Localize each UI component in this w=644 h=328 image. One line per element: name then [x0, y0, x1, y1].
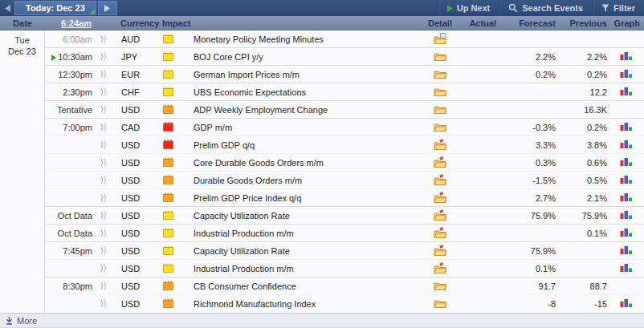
speaker-icon[interactable] [99, 140, 107, 149]
graph-icon[interactable] [619, 174, 633, 184]
event-time: 8:30pm [46, 281, 92, 291]
event-time: 10:30am [46, 52, 92, 62]
speaker-icon[interactable] [99, 87, 107, 96]
event-title[interactable]: Monetary Policy Meeting Minutes [194, 34, 324, 44]
forecast-value: 0.1% [496, 264, 556, 273]
event-title[interactable]: ADP Weekly Employment Change [194, 105, 328, 115]
impact-icon [163, 298, 173, 308]
graph-icon[interactable] [619, 298, 633, 308]
speaker-icon[interactable] [99, 299, 107, 308]
detail-folder-icon[interactable] [434, 51, 446, 61]
speaker-icon[interactable] [99, 123, 107, 132]
speaker-icon[interactable] [99, 246, 107, 255]
col-header-actual: Actual [456, 18, 496, 28]
detail-folder-icon[interactable] [434, 68, 446, 79]
detail-folder-alert-icon[interactable] [434, 139, 446, 150]
graph-icon[interactable] [619, 156, 633, 167]
detail-folder-icon[interactable] [434, 280, 446, 290]
event-time: Oct Data [46, 211, 92, 221]
event-row: Tentative USD ADP Weekly E [46, 100, 644, 118]
speaker-icon[interactable] [99, 211, 107, 220]
search-events-button[interactable]: Search Events [499, 0, 592, 16]
previous-value: 0.6% [556, 158, 607, 168]
speaker-icon[interactable] [99, 229, 107, 237]
event-title[interactable]: Industrial Production m/m [194, 264, 294, 273]
event-title[interactable]: Industrial Production m/m [194, 229, 294, 238]
detail-folder-alert-icon[interactable] [434, 245, 446, 256]
detail-folder-alert-icon[interactable] [434, 156, 446, 168]
more-bar[interactable]: More [0, 313, 644, 328]
event-currency: USD [113, 229, 155, 238]
current-time-link[interactable]: 6:24am [61, 18, 92, 28]
speaker-icon[interactable] [99, 34, 107, 43]
speaker-icon[interactable] [99, 158, 107, 167]
event-row: USD Richmond Manufacturing Index [46, 294, 644, 312]
impact-icon [163, 104, 173, 114]
today-button[interactable]: Today: Dec 23 [14, 1, 96, 15]
speaker-icon[interactable] [99, 105, 107, 114]
speaker-icon[interactable] [99, 193, 107, 202]
detail-folder-alert-icon[interactable] [434, 227, 446, 238]
event-title[interactable]: UBS Economic Expectations [194, 87, 306, 97]
event-row: 2:30pm CHF UBS Economic Ex [46, 83, 644, 100]
previous-value: 75.9% [556, 211, 607, 221]
detail-folder-icon[interactable] [434, 121, 446, 132]
impact-icon [163, 175, 173, 184]
graph-icon[interactable] [619, 227, 633, 237]
speaker-icon[interactable] [99, 70, 107, 79]
detail-folder-alert-icon[interactable] [434, 262, 446, 273]
graph-icon[interactable] [619, 51, 633, 61]
detail-folder-icon[interactable] [434, 103, 446, 114]
next-day-button[interactable] [98, 1, 117, 15]
graph-icon[interactable] [619, 121, 633, 132]
download-more-icon [6, 317, 13, 325]
detail-folder-doc-icon[interactable] [434, 33, 446, 44]
event-time-label: 2:30pm [63, 87, 92, 97]
previous-value: 12.2 [556, 87, 607, 97]
up-next-button[interactable]: Up Next [438, 0, 499, 16]
previous-value: 0.5% [556, 176, 607, 185]
detail-folder-alert-icon[interactable] [434, 209, 446, 221]
event-time: 7:45pm [46, 246, 92, 256]
graph-icon[interactable] [619, 192, 633, 202]
graph-icon[interactable] [619, 209, 633, 220]
speaker-icon[interactable] [99, 176, 107, 184]
up-next-marker-icon [51, 55, 56, 61]
speaker-icon[interactable] [99, 52, 107, 61]
event-title[interactable]: Core Durable Goods Orders m/m [194, 158, 324, 168]
graph-icon[interactable] [619, 86, 633, 96]
event-title[interactable]: Capacity Utilization Rate [194, 246, 290, 256]
detail-folder-alert-icon[interactable] [434, 174, 446, 185]
previous-value: 0.2% [556, 70, 607, 79]
graph-icon[interactable] [619, 139, 633, 149]
detail-folder-icon[interactable] [434, 86, 446, 96]
speaker-icon[interactable] [99, 264, 107, 273]
event-currency: USD [113, 299, 155, 309]
prev-day-button[interactable] [0, 0, 14, 16]
event-time-label: Tentative [57, 105, 92, 115]
event-title[interactable]: BOJ Core CPI y/y [194, 52, 263, 62]
filter-button[interactable]: Filter [592, 0, 644, 16]
event-currency: USD [113, 140, 155, 150]
event-title[interactable]: Capacity Utilization Rate [194, 211, 290, 221]
graph-icon[interactable] [619, 262, 633, 273]
speaker-icon[interactable] [99, 281, 107, 290]
event-time-label: 6:00am [63, 34, 92, 44]
event-time: 2:30pm [46, 87, 92, 97]
event-title[interactable]: Prelim GDP q/q [194, 140, 255, 150]
event-title[interactable]: Durable Goods Orders m/m [194, 176, 302, 185]
graph-icon[interactable] [619, 245, 633, 255]
event-title[interactable]: Prelim GDP Price Index q/q [194, 193, 301, 203]
event-title[interactable]: CB Consumer Confidence [194, 281, 296, 291]
event-title[interactable]: German Import Prices m/m [194, 70, 300, 79]
impact-icon [163, 263, 173, 273]
detail-folder-icon[interactable] [434, 298, 446, 308]
detail-folder-alert-icon[interactable] [434, 192, 446, 203]
col-header-date: Date [0, 18, 45, 28]
graph-icon[interactable] [619, 68, 633, 79]
col-header-detail: Detail [424, 18, 456, 28]
event-title[interactable]: Richmond Manufacturing Index [194, 299, 316, 309]
impact-icon [163, 192, 173, 202]
event-title[interactable]: GDP m/m [194, 123, 232, 132]
forecast-value: 0.2% [496, 70, 556, 79]
